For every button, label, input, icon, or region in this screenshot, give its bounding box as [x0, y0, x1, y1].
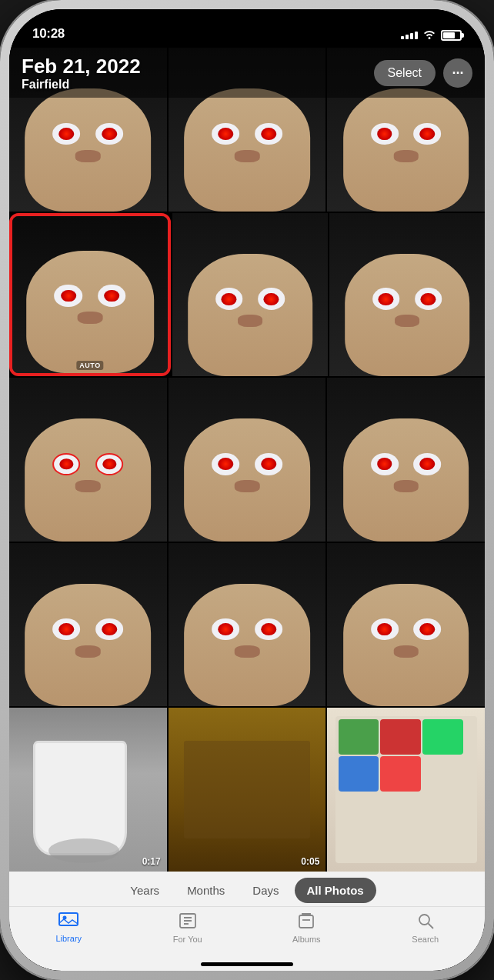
grid-cell-2-1-selected[interactable]: AUTO	[9, 213, 171, 377]
tab-library-label: Library	[55, 934, 82, 943]
svg-rect-6	[299, 915, 313, 928]
tab-search-label: Search	[412, 935, 439, 944]
signal-bars-icon	[401, 32, 418, 39]
select-button[interactable]: Select	[374, 60, 436, 86]
grid-cell-3-1[interactable]	[9, 378, 167, 542]
albums-icon	[297, 912, 315, 933]
tab-for-you-label: For You	[173, 935, 202, 944]
more-button[interactable]: ···	[443, 58, 472, 88]
photo-header: Feb 21, 2022 Fairfield Select ···	[9, 48, 485, 98]
phone-frame: 10:28	[0, 0, 494, 980]
tab-months[interactable]: Months	[175, 878, 237, 903]
notch	[185, 9, 309, 35]
wifi-icon	[422, 28, 436, 42]
grid-row-5: 0:17 0:05	[9, 708, 485, 872]
grid-cell-5-1[interactable]: 0:17	[9, 708, 167, 872]
library-icon	[58, 912, 78, 932]
tab-all-photos[interactable]: All Photos	[295, 878, 376, 903]
auto-label: AUTO	[76, 361, 103, 370]
time-tabs: Years Months Days All Photos	[9, 872, 485, 906]
grid-cell-5-2[interactable]: 0:05	[169, 708, 326, 872]
grid-row-3	[9, 378, 485, 542]
grid-cell-4-3[interactable]	[327, 543, 485, 707]
tab-albums-label: Albums	[292, 935, 321, 944]
tab-albums[interactable]: Albums	[283, 912, 329, 944]
signal-bar-2	[406, 35, 409, 39]
tab-years[interactable]: Years	[118, 878, 172, 903]
status-time: 10:28	[32, 26, 65, 42]
signal-bar-3	[410, 33, 413, 39]
photo-area: AUTO	[9, 48, 485, 872]
tab-bar: Library For You	[9, 906, 485, 959]
bottom-area: Years Months Days All Photos	[9, 872, 485, 971]
battery-fill	[443, 32, 455, 38]
grid-cell-5-3[interactable]	[327, 708, 485, 872]
battery-icon	[441, 30, 462, 41]
photo-date: Feb 21, 2022	[22, 55, 374, 78]
for-you-icon	[179, 912, 197, 933]
tab-library[interactable]: Library	[45, 912, 92, 943]
tab-for-you[interactable]: For You	[165, 912, 211, 944]
grid-row-2: AUTO	[9, 213, 485, 377]
tab-days[interactable]: Days	[240, 878, 291, 903]
grid-cell-3-3[interactable]	[327, 378, 485, 542]
search-icon	[416, 912, 435, 933]
video-duration-0: 0:17	[142, 856, 161, 867]
grid-cell-2-2[interactable]	[172, 213, 328, 377]
home-indicator	[201, 962, 293, 966]
video-duration-1: 0:05	[301, 856, 319, 867]
grid-cell-2-3[interactable]	[329, 213, 485, 377]
screen: 10:28	[9, 9, 485, 971]
photo-date-block: Feb 21, 2022 Fairfield	[22, 55, 374, 92]
header-buttons: Select ···	[374, 58, 472, 88]
tab-search[interactable]: Search	[402, 912, 449, 944]
signal-bar-1	[401, 36, 404, 39]
photo-grid: AUTO	[9, 48, 485, 872]
svg-point-8	[419, 915, 429, 925]
svg-line-9	[428, 924, 433, 929]
signal-bar-4	[415, 32, 418, 39]
grid-cell-4-2[interactable]	[169, 543, 326, 707]
photo-location: Fairfield	[22, 78, 374, 92]
grid-cell-4-1[interactable]	[9, 543, 167, 707]
grid-row-4	[9, 543, 485, 707]
phone-screen: 10:28	[9, 9, 485, 971]
grid-cell-3-2[interactable]	[169, 378, 326, 542]
status-icons	[401, 28, 462, 42]
